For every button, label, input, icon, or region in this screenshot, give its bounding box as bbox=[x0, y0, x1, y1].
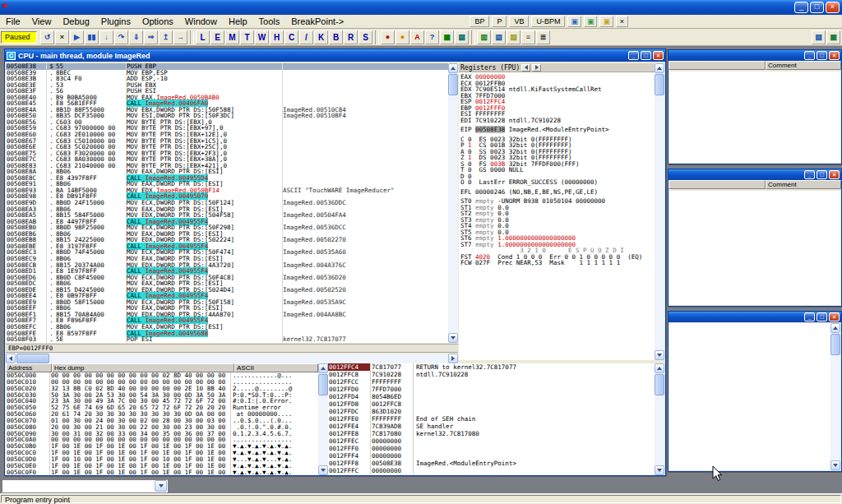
combo-dropdown-icon[interactable] bbox=[155, 480, 167, 492]
side-window-3-vscroll-track[interactable] bbox=[830, 333, 840, 460]
disasm-hscroll[interactable] bbox=[6, 354, 458, 363]
command-combobox-value[interactable] bbox=[2, 480, 155, 492]
stack-row[interactable]: 0012FFF800508E38ImageRed.<ModuleEntryPoi… bbox=[328, 460, 655, 467]
side-window-1-maximize-button[interactable]: □ bbox=[817, 51, 827, 60]
stack-row[interactable]: 0012FFF400000000 bbox=[328, 452, 655, 460]
side-window-3-titlebar[interactable]: _ □ × bbox=[669, 312, 841, 322]
side-window-3-vscroll-thumb[interactable] bbox=[830, 334, 840, 355]
stack-row[interactable]: 0012FFDC863D1020 bbox=[328, 408, 655, 415]
menu-item-view[interactable]: View bbox=[26, 16, 58, 27]
dump-header-hex[interactable]: Hex dump bbox=[52, 363, 234, 372]
menu-item-debug[interactable]: Debug bbox=[57, 16, 95, 27]
disasm-vscroll[interactable] bbox=[448, 63, 458, 343]
register-line[interactable]: EDI 7C910228 ntdll.7C910228 bbox=[459, 118, 655, 124]
scroll-up-icon[interactable] bbox=[830, 323, 840, 333]
side-window-2-body[interactable] bbox=[669, 191, 840, 305]
disasm-row[interactable]: 00508EE9.8B0D 58F15000MOV ECX,DWORD PTR … bbox=[6, 299, 448, 306]
help-button[interactable]: ? bbox=[425, 30, 439, 44]
pane-button-b[interactable]: B bbox=[329, 30, 343, 44]
cpu-maximize-button[interactable]: □ bbox=[641, 51, 651, 60]
stack-row[interactable]: 0012FFF000000000 bbox=[328, 445, 655, 452]
dump-vscroll-thumb[interactable] bbox=[318, 374, 328, 395]
side-window-3-body[interactable] bbox=[669, 323, 830, 470]
menu-item-window[interactable]: Window bbox=[179, 16, 223, 27]
side-window-1-minimize-button[interactable]: _ bbox=[804, 51, 815, 60]
menu-button-vb[interactable]: VB bbox=[509, 16, 529, 27]
menubar-tool-icon-1[interactable]: ▣ bbox=[567, 16, 581, 27]
disasm-row[interactable]: 00508E3B.83C4 F0ADD ESP,-10 bbox=[6, 76, 448, 82]
disasm-row[interactable]: 00508E9D.8B0D 24F15000MOV ECX,DWORD PTR … bbox=[6, 200, 448, 206]
stack-row[interactable]: 0012FFEC00000000 bbox=[328, 437, 655, 445]
stack-row[interactable]: 0012FFE47C839AD8SE handler bbox=[328, 423, 655, 430]
dump-row[interactable]: 0050C0F01F 00 1E 00 1F 00 1E 00 1F 00 1E… bbox=[6, 469, 318, 475]
scroll-down-icon[interactable] bbox=[830, 460, 840, 470]
disasm-row[interactable]: 00508E83.C683 21040000 00MOV BYTE PTR DS… bbox=[6, 163, 448, 169]
side-window-3-minimize-button[interactable]: _ bbox=[804, 312, 815, 321]
pane-button-item[interactable]: / bbox=[299, 30, 313, 44]
breakpoint-options-button[interactable]: ● bbox=[381, 30, 395, 44]
stack-vscroll-thumb[interactable] bbox=[655, 374, 664, 395]
stack-row[interactable]: 0012FFD80012FFC8 bbox=[328, 400, 655, 408]
stack-row[interactable]: 0012FFD48054B6ED bbox=[328, 393, 655, 400]
watch-button[interactable]: ● bbox=[396, 30, 409, 44]
pane-button-r[interactable]: R bbox=[344, 30, 358, 44]
disasm-row[interactable]: 00508F03.5EPOP ESIkernel32.7C817077 bbox=[6, 336, 448, 343]
restart-button[interactable]: ↺ bbox=[40, 30, 54, 44]
arrange-icons-button[interactable]: ▨ bbox=[507, 30, 520, 44]
disasm-hscroll-thumb[interactable] bbox=[16, 354, 49, 363]
close-program-button[interactable]: × bbox=[55, 30, 69, 44]
side-window-2-titlebar[interactable]: _ □ × bbox=[669, 169, 841, 180]
comment-column-header[interactable]: Comment bbox=[766, 180, 841, 189]
side-window-2-minimize-button[interactable]: _ bbox=[804, 170, 815, 179]
scroll-right-icon[interactable] bbox=[448, 354, 458, 363]
scroll-down-icon[interactable] bbox=[318, 465, 328, 475]
pause-button[interactable]: ▮▮ bbox=[85, 30, 99, 44]
registers-vscroll-thumb[interactable] bbox=[655, 74, 664, 95]
pane-button-h[interactable]: H bbox=[270, 30, 284, 44]
execute-till-return-button[interactable]: ↥ bbox=[159, 30, 173, 44]
menu-item-breakpoint[interactable]: BreakPoint-> bbox=[285, 16, 349, 27]
menu-item-file[interactable]: File bbox=[0, 16, 26, 27]
scroll-down-icon[interactable] bbox=[448, 333, 458, 343]
stack-row[interactable]: 0012FFCCFFFFFFFF bbox=[328, 378, 655, 386]
menu-button-u-bpm[interactable]: U-BPM bbox=[531, 16, 565, 27]
close-button[interactable]: × bbox=[826, 2, 840, 13]
disasm-row[interactable]: 00508E38$55PUSH EBP bbox=[6, 63, 448, 70]
assembler-button[interactable]: A bbox=[410, 30, 424, 44]
dump-header-ascii[interactable]: ASCII bbox=[234, 363, 318, 372]
disasm-row[interactable]: 00508EF7.E8 F896F8FFCALL ImageRed.004955… bbox=[6, 317, 448, 324]
stack-row[interactable]: 0012FFE0FFFFFFFFEnd of SEH chain bbox=[328, 415, 655, 423]
disasm-row[interactable]: 00508EFE.E8 8597F8FFCALL ImageRed.004956… bbox=[6, 331, 448, 337]
tile-windows-button[interactable]: ▥ bbox=[477, 30, 491, 44]
stack-row[interactable]: 0012FFD07FFD7000 bbox=[328, 386, 655, 393]
side-window-1-col1[interactable] bbox=[669, 61, 766, 70]
dump-header-address[interactable]: Address bbox=[6, 363, 52, 372]
registers-vscroll[interactable] bbox=[655, 63, 664, 360]
run-button[interactable]: ▶ bbox=[70, 30, 84, 44]
scroll-up-icon[interactable] bbox=[655, 63, 664, 73]
disasm-hscroll-track[interactable] bbox=[16, 354, 448, 363]
dump-vscroll[interactable] bbox=[318, 363, 328, 475]
menubar-tool-icon-3[interactable]: ▣ bbox=[599, 16, 613, 27]
scroll-up-icon[interactable] bbox=[318, 363, 328, 373]
scroll-left-icon[interactable] bbox=[6, 354, 16, 363]
stack-vscroll-track[interactable] bbox=[655, 373, 664, 465]
scroll-up-icon[interactable] bbox=[655, 363, 664, 373]
side-window-3-close-button[interactable]: × bbox=[829, 312, 840, 321]
registers-next-icon[interactable] bbox=[532, 64, 541, 72]
register-line[interactable]: FCW 027F Prec NEAR,53 Mask 1 1 1 1 1 1 bbox=[459, 260, 655, 266]
step-into-button[interactable]: ↓ bbox=[99, 30, 113, 44]
dump-vscroll-track[interactable] bbox=[318, 373, 328, 465]
side-window-2-col1[interactable] bbox=[669, 180, 766, 189]
menu-item-options[interactable]: Options bbox=[136, 16, 179, 27]
info-pane[interactable]: EBP=0012FFF0 bbox=[6, 344, 458, 353]
menubar-tool-icon-2[interactable]: ▣ bbox=[584, 16, 598, 27]
menu-item-plugins[interactable]: Plugins bbox=[95, 16, 136, 27]
stack-row[interactable]: 0012FFC47C817077RETURN to kernel32.7C817… bbox=[328, 363, 655, 371]
maximize-button[interactable]: □ bbox=[810, 2, 824, 13]
menu-button-bp[interactable]: BP bbox=[470, 16, 489, 27]
side-window-2-close-button[interactable]: × bbox=[829, 170, 840, 179]
menubar-close-button[interactable]: × bbox=[616, 16, 628, 27]
disasm-row[interactable]: 00508E8C.E8 4397F8FFCALL ImageRed.004955… bbox=[6, 175, 448, 182]
stack-row[interactable]: 0012FFC87C910228ntdll.7C910228 bbox=[328, 371, 655, 378]
